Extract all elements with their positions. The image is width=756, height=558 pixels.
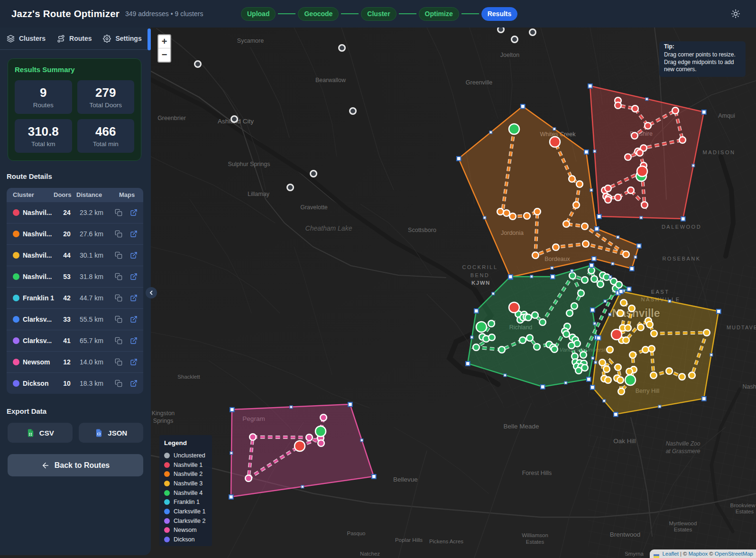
svg-text:Estates: Estates <box>526 539 544 545</box>
svg-text:Estates: Estates <box>736 509 754 514</box>
svg-text:Poplar Hills: Poplar Hills <box>395 537 423 543</box>
svg-text:Pasquo: Pasquo <box>347 530 365 536</box>
svg-text:Shacklett: Shacklett <box>177 374 200 380</box>
svg-text:BEND: BEND <box>470 272 490 278</box>
svg-text:MUDTAVER: MUDTAVER <box>727 325 756 330</box>
svg-text:Brookview: Brookview <box>730 502 756 508</box>
svg-text:DALEWOOD: DALEWOOD <box>662 224 701 230</box>
svg-text:Bearwallow: Bearwallow <box>315 77 346 84</box>
svg-text:KJWN: KJWN <box>471 280 490 286</box>
svg-text:Sycamore: Sycamore <box>237 37 264 44</box>
svg-text:Greenbrier: Greenbrier <box>157 115 186 121</box>
svg-text:Gravelotte: Gravelotte <box>300 204 328 211</box>
svg-text:Joelton: Joelton <box>500 52 519 58</box>
svg-text:Cheatham Lake: Cheatham Lake <box>305 224 352 232</box>
svg-text:MADISON: MADISON <box>703 149 736 155</box>
svg-text:Myrtlewood: Myrtlewood <box>669 521 697 526</box>
svg-text:Estates: Estates <box>674 527 692 532</box>
svg-text:Williamson: Williamson <box>522 532 548 538</box>
svg-text:Kingston: Kingston <box>152 410 175 417</box>
svg-text:Smyrna: Smyrna <box>625 551 644 557</box>
svg-text:EAST: EAST <box>651 289 670 295</box>
svg-text:Natchez: Natchez <box>360 551 380 557</box>
svg-text:at Grassmere: at Grassmere <box>666 448 701 455</box>
svg-text:Bellevue: Bellevue <box>393 476 418 483</box>
svg-text:Brentwood: Brentwood <box>610 531 641 538</box>
svg-text:Nashville Zoo: Nashville Zoo <box>666 440 701 447</box>
svg-text:Lillamay: Lillamay <box>248 191 270 197</box>
svg-text:Springs: Springs <box>153 418 173 424</box>
svg-text:Forest Hills: Forest Hills <box>522 470 552 476</box>
svg-text:Belle Meade: Belle Meade <box>503 423 539 430</box>
svg-text:ROSEBANK: ROSEBANK <box>662 256 701 261</box>
svg-text:Oak Hill: Oak Hill <box>613 437 636 445</box>
svg-text:Pickens Acres: Pickens Acres <box>429 539 463 544</box>
svg-text:Sulphur Springs: Sulphur Springs <box>228 161 270 167</box>
svg-text:Nash: Nash <box>742 383 756 390</box>
svg-text:COCKRILL: COCKRILL <box>462 264 498 270</box>
svg-text:Amqui: Amqui <box>718 112 735 119</box>
svg-text:Scottsboro: Scottsboro <box>408 227 436 233</box>
svg-text:Greenville: Greenville <box>466 79 492 86</box>
